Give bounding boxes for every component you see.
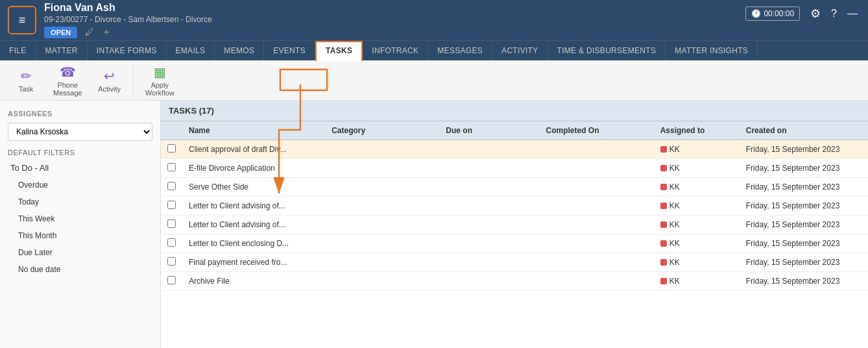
task-completed-on (540, 140, 654, 159)
col-assigned-to[interactable]: Assigned to (654, 121, 740, 140)
nav-activity[interactable]: ACTIVITY (492, 41, 548, 60)
row-checkbox[interactable] (167, 144, 176, 153)
table-row[interactable]: Letter to Client advising of... KK Frida… (161, 216, 868, 234)
toolbar-divider (133, 68, 134, 93)
tasks-table-wrapper: Name Category Due on Completed On Assign… (161, 121, 868, 348)
task-assigned-to: KK (654, 234, 740, 253)
task-created-on: Friday, 15 September 2023 (740, 159, 868, 178)
task-name[interactable]: E-file Divorce Application (182, 159, 325, 178)
kk-dot (660, 203, 667, 209)
row-checkbox[interactable] (167, 257, 176, 266)
open-button[interactable]: OPEN (44, 27, 77, 38)
phone-message-button[interactable]: ☎ PhoneMessage (47, 60, 89, 101)
filter-this-week[interactable]: This Week (0, 210, 160, 227)
task-completed-on (540, 216, 654, 234)
filter-no-due-date[interactable]: No due date (0, 261, 160, 278)
task-icon: ✏ (21, 68, 32, 84)
nav-time-disbursements[interactable]: TIME & DISBURSEMENTS (548, 41, 666, 60)
task-name[interactable]: Letter to Client enclosing D... (182, 234, 325, 253)
activity-button[interactable]: ↩ Activity (91, 64, 128, 97)
nav-messages[interactable]: MESSAGES (428, 41, 492, 60)
nav-emails[interactable]: EMAILS (167, 41, 215, 60)
row-checkbox[interactable] (167, 219, 176, 228)
task-completed-on (540, 234, 654, 253)
nav-file[interactable]: FILE (0, 41, 36, 60)
filter-overdue[interactable]: Overdue (0, 177, 160, 193)
task-label: Task (19, 85, 34, 93)
row-checkbox[interactable] (167, 276, 176, 284)
col-created-on[interactable]: Created on (740, 121, 868, 140)
filter-todo-all[interactable]: To Do - All (0, 159, 160, 177)
table-row[interactable]: Archive File KK Friday, 15 September 202… (161, 272, 868, 291)
table-row[interactable]: Letter to Client enclosing D... KK Frida… (161, 234, 868, 253)
table-row[interactable]: Serve Other Side KK Friday, 15 September… (161, 178, 868, 197)
minimize-icon[interactable]: — (847, 8, 858, 19)
nav-matter-insights[interactable]: MATTER INSIGHTS (666, 41, 758, 60)
row-checkbox[interactable] (167, 201, 176, 209)
nav-events[interactable]: EVENTS (264, 41, 315, 60)
task-name[interactable]: Client approval of draft Div... (182, 140, 325, 159)
nav-memos[interactable]: MEMOS (215, 41, 264, 60)
col-due-on[interactable]: Due on (439, 121, 539, 140)
task-created-on: Friday, 15 September 2023 (740, 178, 868, 197)
add-icon[interactable]: ＋ (101, 26, 112, 37)
task-name[interactable]: Archive File (182, 272, 325, 291)
task-name[interactable]: Final payment received fro... (182, 253, 325, 272)
col-category[interactable]: Category (325, 121, 439, 140)
task-created-on: Friday, 15 September 2023 (740, 272, 868, 291)
task-name[interactable]: Letter to Client advising of... (182, 197, 325, 216)
edit-icon[interactable]: 🖊 (85, 27, 94, 37)
task-created-on: Friday, 15 September 2023 (740, 140, 868, 159)
task-category (325, 178, 439, 197)
row-checkbox[interactable] (167, 163, 176, 171)
task-name[interactable]: Serve Other Side (182, 178, 325, 197)
header-actions: 🕐 00:00:00 ⚙ ? — (745, 6, 858, 21)
filter-this-month[interactable]: This Month (0, 227, 160, 244)
row-checkbox[interactable] (167, 238, 176, 247)
assignees-label: Assignees (0, 107, 160, 120)
col-checkbox (161, 121, 182, 140)
task-due-on (439, 159, 539, 178)
filter-due-later[interactable]: Due Later (0, 244, 160, 261)
task-category (325, 216, 439, 234)
row-checkbox[interactable] (167, 182, 176, 190)
col-name[interactable]: Name (182, 121, 325, 140)
task-created-on: Friday, 15 September 2023 (740, 197, 868, 216)
task-due-on (439, 253, 539, 272)
content-area: TASKS (17) Name Category Due on Complete… (161, 101, 868, 348)
task-category (325, 253, 439, 272)
nav-tasks[interactable]: TASKS (315, 41, 363, 61)
col-completed-on[interactable]: Completed On (540, 121, 654, 140)
task-button[interactable]: ✏ Task (8, 64, 44, 97)
apply-workflow-button[interactable]: ▦ ApplyWorkflow (139, 60, 181, 101)
task-name[interactable]: Letter to Client advising of... (182, 216, 325, 234)
task-created-on: Friday, 15 September 2023 (740, 234, 868, 253)
phone-icon: ☎ (60, 64, 76, 80)
task-assigned-to: KK (654, 216, 740, 234)
nav-infotrack[interactable]: INFOTRACK (363, 41, 428, 60)
table-row[interactable]: Final payment received fro... KK Friday,… (161, 253, 868, 272)
task-category (325, 272, 439, 291)
tasks-header: TASKS (17) (161, 101, 868, 121)
tasks-table: Name Category Due on Completed On Assign… (161, 121, 868, 291)
table-row[interactable]: E-file Divorce Application KK Friday, 15… (161, 159, 868, 178)
task-created-on: Friday, 15 September 2023 (740, 216, 868, 234)
task-category (325, 159, 439, 178)
nav-intake-forms[interactable]: INTAKE FORMS (88, 41, 167, 60)
workflow-icon: ▦ (154, 64, 166, 80)
table-row[interactable]: Letter to Client advising of... KK Frida… (161, 197, 868, 216)
task-assigned-to: KK (654, 178, 740, 197)
task-assigned-to: KK (654, 140, 740, 159)
header-name: Fiona Van Ash (44, 2, 860, 14)
nav-matter[interactable]: MATTER (36, 41, 88, 60)
task-completed-on (540, 197, 654, 216)
default-filters-label: DEFAULT FILTERS (0, 143, 160, 159)
table-row[interactable]: Client approval of draft Div... KK Frida… (161, 140, 868, 159)
task-category (325, 197, 439, 216)
assignee-select[interactable]: Kalina Krsoska (8, 123, 152, 141)
task-due-on (439, 178, 539, 197)
kk-dot (660, 278, 667, 284)
help-icon[interactable]: ? (831, 8, 837, 19)
settings-icon[interactable]: ⚙ (810, 6, 821, 21)
filter-today[interactable]: Today (0, 193, 160, 210)
